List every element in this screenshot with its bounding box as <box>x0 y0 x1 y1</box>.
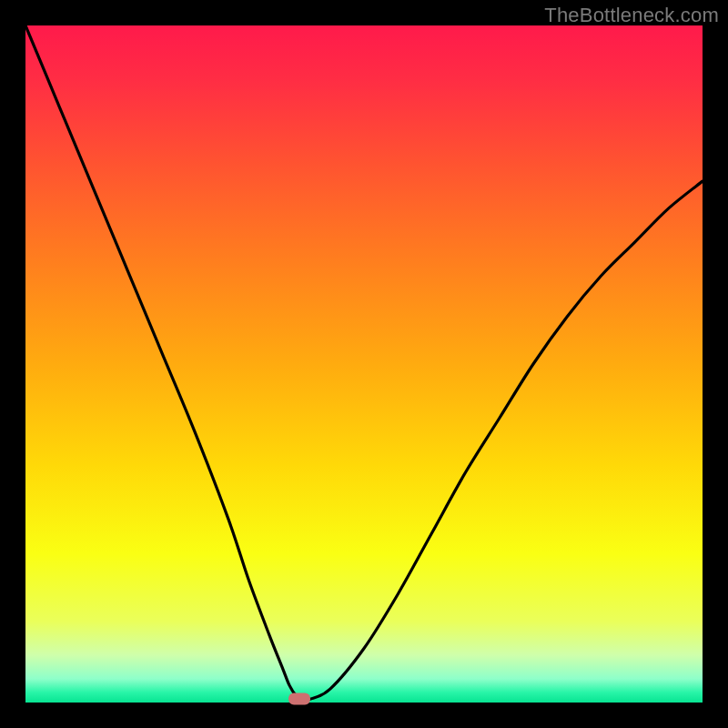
bottleneck-curve <box>25 25 703 703</box>
watermark-text: TheBottleneck.com <box>544 4 719 27</box>
chart-frame <box>25 25 703 703</box>
minimum-marker <box>288 693 310 704</box>
